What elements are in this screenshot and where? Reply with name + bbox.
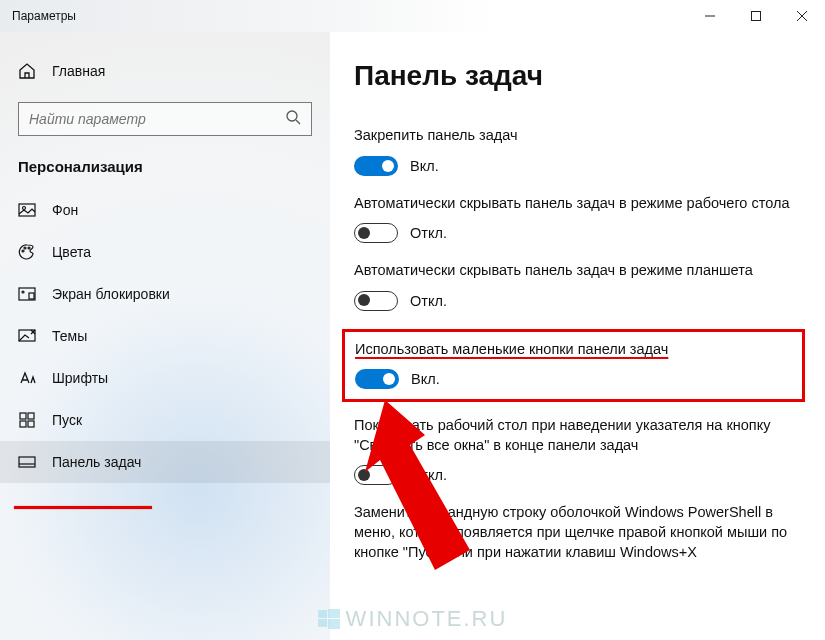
maximize-button[interactable] [733,0,779,32]
svg-rect-23 [328,609,340,618]
sidebar-item-label: Панель задач [52,454,141,470]
setting-label: Автоматически скрывать панель задач в ре… [354,194,797,214]
toggle-state-text: Откл. [410,467,447,483]
home-icon [18,62,36,80]
toggle-state-text: Вкл. [411,371,440,387]
page-title: Панель задач [354,60,797,92]
setting-powershell: Заменить командную строку оболочкой Wind… [354,503,797,562]
watermark: WINNOTE.RU [318,606,508,632]
svg-line-5 [296,120,300,124]
setting-label: Использовать маленькие кнопки панели зад… [355,340,792,360]
sidebar-home-label: Главная [52,63,105,79]
picture-icon [18,201,36,219]
toggle-peek-desktop[interactable] [354,465,398,485]
toggle-state-text: Откл. [410,225,447,241]
setting-label: Автоматически скрывать панель задач в ре… [354,261,797,281]
toggle-small-buttons[interactable] [355,369,399,389]
sidebar-item-taskbar[interactable]: Панель задач [0,441,330,483]
setting-peek-desktop: Показывать рабочий стол при наведении ук… [354,416,797,485]
minimize-button[interactable] [687,0,733,32]
toggle-state-text: Откл. [410,293,447,309]
toggle-autohide-tablet[interactable] [354,291,398,311]
sidebar-item-lockscreen[interactable]: Экран блокировки [0,273,330,315]
sidebar-item-label: Экран блокировки [52,286,170,302]
svg-rect-16 [28,413,34,419]
start-icon [18,411,36,429]
sidebar-item-themes[interactable]: Темы [0,315,330,357]
svg-point-13 [22,291,24,293]
setting-small-buttons: Использовать маленькие кнопки панели зад… [355,340,792,390]
svg-rect-25 [328,619,340,629]
toggle-state-text: Вкл. [410,158,439,174]
watermark-text: WINNOTE.RU [346,606,508,632]
sidebar-item-colors[interactable]: Цвета [0,231,330,273]
svg-rect-24 [318,619,327,627]
sidebar-item-label: Темы [52,328,87,344]
sidebar-item-label: Цвета [52,244,91,260]
setting-label: Заменить командную строку оболочкой Wind… [354,503,797,562]
svg-rect-15 [20,413,26,419]
svg-point-10 [28,247,30,249]
setting-label: Показывать рабочий стол при наведении ук… [354,416,797,455]
setting-autohide-tablet: Автоматически скрывать панель задач в ре… [354,261,797,311]
sidebar-item-label: Пуск [52,412,82,428]
svg-point-8 [22,250,24,252]
main-content: Панель задач Закрепить панель задач Вкл.… [330,32,825,640]
sidebar-item-background[interactable]: Фон [0,189,330,231]
annotation-underline [14,506,152,509]
setting-lock-taskbar: Закрепить панель задач Вкл. [354,126,797,176]
sidebar-section-title: Персонализация [0,154,330,189]
svg-rect-22 [318,610,327,618]
window-controls [687,0,825,32]
svg-rect-12 [29,293,34,299]
annotation-highlight-box: Использовать маленькие кнопки панели зад… [342,329,805,403]
themes-icon [18,327,36,345]
svg-rect-19 [19,457,35,467]
svg-point-9 [24,247,26,249]
sidebar-home[interactable]: Главная [0,52,330,90]
sidebar-item-label: Шрифты [52,370,108,386]
svg-rect-18 [28,421,34,427]
toggle-lock-taskbar[interactable] [354,156,398,176]
sidebar-item-start[interactable]: Пуск [0,399,330,441]
window-title: Параметры [12,9,76,23]
close-button[interactable] [779,0,825,32]
svg-rect-17 [20,421,26,427]
search-icon [285,109,301,129]
sidebar-item-fonts[interactable]: Шрифты [0,357,330,399]
windows-logo-icon [318,608,340,630]
titlebar: Параметры [0,0,825,32]
svg-rect-1 [752,12,761,21]
toggle-autohide-desktop[interactable] [354,223,398,243]
taskbar-icon [18,453,36,471]
sidebar: Главная Персонализация Фон Цвета [0,32,330,640]
svg-point-4 [287,111,297,121]
search-input[interactable] [29,111,285,127]
setting-autohide-desktop: Автоматически скрывать панель задач в ре… [354,194,797,244]
lockscreen-icon [18,285,36,303]
svg-point-7 [23,207,26,210]
setting-label: Закрепить панель задач [354,126,797,146]
fonts-icon [18,369,36,387]
search-box[interactable] [18,102,312,136]
sidebar-item-label: Фон [52,202,78,218]
palette-icon [18,243,36,261]
svg-rect-11 [19,288,35,300]
